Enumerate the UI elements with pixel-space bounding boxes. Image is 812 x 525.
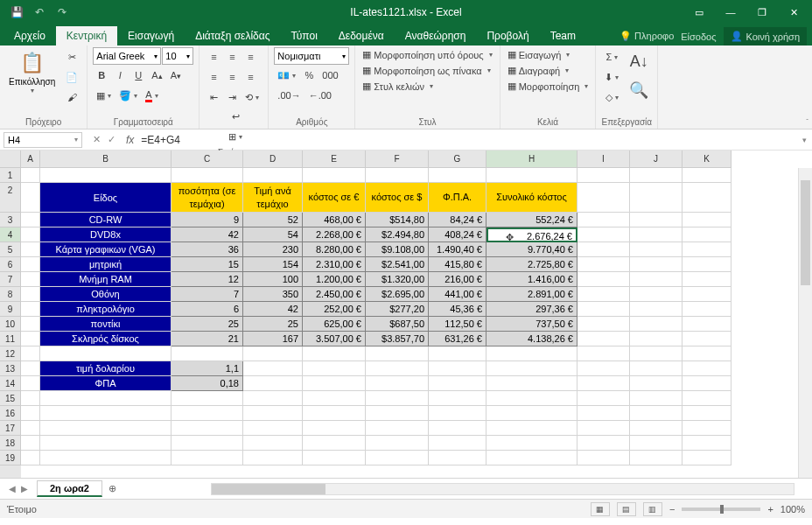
underline-button[interactable]: U: [130, 66, 147, 85]
cancel-formula-icon[interactable]: ✕: [93, 134, 101, 145]
cell-J[interactable]: [630, 391, 682, 406]
cell-J[interactable]: [630, 406, 682, 421]
name-box[interactable]: H4▾: [4, 132, 82, 148]
table-cell[interactable]: 3.507,00 €: [303, 332, 366, 346]
row-header-5[interactable]: 5: [0, 242, 21, 257]
table-row-label[interactable]: CD-RW: [40, 213, 172, 228]
collapse-ribbon-icon[interactable]: ˆ: [802, 114, 812, 129]
share-button[interactable]: 👤 Κοινή χρήση: [724, 27, 808, 46]
row-header-3[interactable]: 3: [0, 213, 21, 228]
column-header-D[interactable]: D: [243, 150, 303, 168]
cell-C[interactable]: [172, 391, 243, 406]
cell-F[interactable]: [366, 391, 429, 406]
cell-I[interactable]: [578, 242, 630, 257]
tab-home[interactable]: Κεντρική: [56, 26, 117, 46]
signin[interactable]: Είσοδος: [681, 32, 716, 42]
cell-C[interactable]: [172, 436, 243, 451]
cell-G[interactable]: [429, 421, 486, 436]
cell-B[interactable]: [40, 451, 172, 466]
table-row-label[interactable]: μητρική: [40, 257, 172, 272]
cell-E[interactable]: [303, 361, 366, 376]
cell-I[interactable]: [578, 183, 630, 213]
selected-cell[interactable]: 2.676,24 €✥: [486, 228, 578, 242]
cell-E[interactable]: [303, 376, 366, 391]
table-cell[interactable]: 737,50 €: [486, 317, 578, 332]
tab-pagelayout[interactable]: Διάταξη σελίδας: [185, 26, 280, 46]
row-header-6[interactable]: 6: [0, 257, 21, 272]
cell-B[interactable]: [40, 346, 172, 361]
row-header-11[interactable]: 11: [0, 332, 21, 346]
row-header-9[interactable]: 9: [0, 302, 21, 317]
header-F[interactable]: κόστος σε $: [366, 183, 429, 213]
table-cell[interactable]: 1.200,00 €: [303, 272, 366, 287]
delete-cells-button[interactable]: ▦ Διαγραφή: [506, 63, 571, 78]
cell-B[interactable]: [40, 436, 172, 451]
cell-E[interactable]: [303, 436, 366, 451]
cell-I[interactable]: [578, 361, 630, 376]
cell-K[interactable]: [682, 436, 732, 451]
tab-review[interactable]: Αναθεώρηση: [395, 26, 477, 46]
footer-value[interactable]: 1,1: [172, 361, 243, 376]
row-header-13[interactable]: 13: [0, 361, 21, 376]
cell-D[interactable]: [243, 168, 303, 183]
vertical-scrollbar[interactable]: [798, 168, 812, 478]
column-header-K[interactable]: K: [682, 150, 732, 168]
cell-A[interactable]: [21, 406, 40, 421]
align-center-icon[interactable]: ≡: [223, 67, 241, 87]
cell-D[interactable]: [243, 346, 303, 361]
table-cell[interactable]: 2.268,00 €: [303, 228, 366, 242]
select-all-corner[interactable]: [0, 150, 21, 168]
zoom-level[interactable]: 100%: [780, 504, 805, 514]
table-cell[interactable]: 25: [172, 317, 243, 332]
table-cell[interactable]: $9.108,00: [366, 242, 429, 257]
cell-F[interactable]: [366, 376, 429, 391]
table-cell[interactable]: 45,36 €: [429, 302, 486, 317]
page-layout-view-icon[interactable]: ▤: [617, 502, 636, 516]
cut-icon[interactable]: ✂: [62, 47, 81, 66]
fx-icon[interactable]: fx: [122, 134, 137, 146]
fill-icon[interactable]: ⬇: [601, 67, 622, 87]
cell-J[interactable]: [630, 287, 682, 302]
table-cell[interactable]: 350: [243, 287, 303, 302]
row-header-16[interactable]: 16: [0, 406, 21, 421]
cell-I[interactable]: [578, 346, 630, 361]
cell-I[interactable]: [578, 421, 630, 436]
tab-view[interactable]: Προβολή: [476, 26, 539, 46]
cell-J[interactable]: [630, 257, 682, 272]
table-cell[interactable]: $2.695,00: [366, 287, 429, 302]
cell-K[interactable]: [682, 451, 732, 466]
decrease-decimal-icon[interactable]: ←.00: [305, 86, 335, 105]
cell-E[interactable]: [303, 451, 366, 466]
cell-D[interactable]: [243, 406, 303, 421]
cell-F[interactable]: [366, 436, 429, 451]
cell-K[interactable]: [682, 302, 732, 317]
table-cell[interactable]: 54: [243, 228, 303, 242]
cell-J[interactable]: [630, 183, 682, 213]
table-cell[interactable]: 36: [172, 242, 243, 257]
cell-F[interactable]: [366, 168, 429, 183]
wrap-text-icon[interactable]: ↩: [208, 107, 262, 126]
table-cell[interactable]: 468,00 €: [303, 213, 366, 228]
expand-formula-bar-icon[interactable]: ▾: [796, 136, 812, 144]
row-header-8[interactable]: 8: [0, 287, 21, 302]
table-cell[interactable]: $687,50: [366, 317, 429, 332]
cell-K[interactable]: [682, 183, 732, 213]
tab-insert[interactable]: Εισαγωγή: [117, 26, 185, 46]
redo-icon[interactable]: ↷: [52, 2, 72, 23]
cell-K[interactable]: [682, 242, 732, 257]
cell-B[interactable]: [40, 168, 172, 183]
cell-D[interactable]: [243, 421, 303, 436]
cell-B[interactable]: [40, 406, 172, 421]
table-cell[interactable]: 2.725,80 €: [486, 257, 578, 272]
cell-C[interactable]: [172, 346, 243, 361]
cell-J[interactable]: [630, 317, 682, 332]
decrease-indent-icon[interactable]: ⇤: [205, 88, 222, 107]
cell-C[interactable]: [172, 406, 243, 421]
cell-C[interactable]: [172, 421, 243, 436]
cell-H[interactable]: [486, 451, 578, 466]
table-cell[interactable]: 297,36 €: [486, 302, 578, 317]
cell-J[interactable]: [630, 436, 682, 451]
cell-I[interactable]: [578, 451, 630, 466]
zoom-slider[interactable]: [682, 508, 760, 511]
table-cell[interactable]: $2.494,80: [366, 228, 429, 242]
